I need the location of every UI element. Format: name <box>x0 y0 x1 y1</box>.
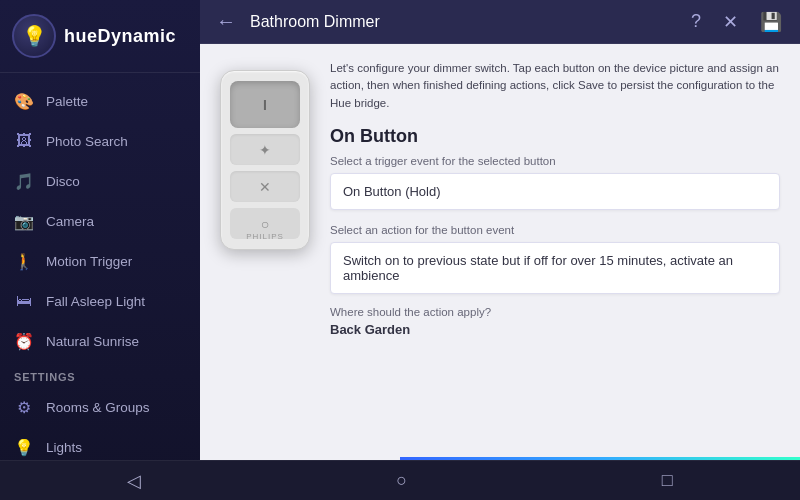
action-section-label: Select an action for the button event <box>330 224 780 236</box>
device-image-column: I ✦ ✕ ○ PHILIPS <box>220 60 310 484</box>
selected-button-name: On Button <box>330 126 780 147</box>
bottom-recents-button[interactable]: □ <box>642 464 693 497</box>
apply-value: Back Garden <box>330 322 780 337</box>
palette-icon: 🎨 <box>14 91 34 111</box>
sidebar-item-camera[interactable]: 📷 Camera <box>0 201 200 241</box>
logo-text: hueDynamic <box>64 26 176 47</box>
motion-trigger-icon: 🚶 <box>14 251 34 271</box>
sidebar-item-camera-label: Camera <box>46 214 94 229</box>
nav-list: 🎨 Palette 🖼 Photo Search 🎵 Disco 📷 Camer… <box>0 73 200 500</box>
action-value-box[interactable]: Switch on to previous state but if off f… <box>330 242 780 294</box>
topbar-actions: ? ✕ 💾 <box>685 7 788 37</box>
sidebar-item-disco[interactable]: 🎵 Disco <box>0 161 200 201</box>
detail-column: Let's configure your dimmer switch. Tap … <box>330 60 780 484</box>
content-area: I ✦ ✕ ○ PHILIPS Let's configure your dim… <box>200 44 800 500</box>
sidebar-item-motion-trigger-label: Motion Trigger <box>46 254 132 269</box>
dimmer-button-visual[interactable]: ✕ <box>230 171 300 202</box>
sidebar: 💡 hueDynamic 🎨 Palette 🖼 Photo Search 🎵 … <box>0 0 200 500</box>
logo-area: 💡 hueDynamic <box>0 0 200 73</box>
sidebar-item-fall-asleep[interactable]: 🛏 Fall Asleep Light <box>0 281 200 321</box>
rooms-groups-icon: ⚙ <box>14 397 34 417</box>
sidebar-item-disco-label: Disco <box>46 174 80 189</box>
bottom-back-button[interactable]: ◁ <box>107 464 161 498</box>
help-button[interactable]: ? <box>685 7 707 36</box>
topbar: ← Bathroom Dimmer ? ✕ 💾 <box>200 0 800 44</box>
instruction-text: Let's configure your dimmer switch. Tap … <box>330 60 780 112</box>
philips-brand-label: PHILIPS <box>246 232 284 241</box>
sidebar-item-natural-sunrise[interactable]: ⏰ Natural Sunrise <box>0 321 200 361</box>
logo-icon: 💡 <box>12 14 56 58</box>
back-button[interactable]: ← <box>212 6 240 37</box>
sidebar-item-photo-search[interactable]: 🖼 Photo Search <box>0 121 200 161</box>
camera-icon: 📷 <box>14 211 34 231</box>
sidebar-item-rooms-groups[interactable]: ⚙ Rooms & Groups <box>0 387 200 427</box>
photo-search-icon: 🖼 <box>14 131 34 151</box>
bottom-home-button[interactable]: ○ <box>376 464 427 497</box>
natural-sunrise-icon: ⏰ <box>14 331 34 351</box>
trigger-value-box[interactable]: On Button (Hold) <box>330 173 780 210</box>
dimmer-switch-image: I ✦ ✕ ○ PHILIPS <box>220 70 310 250</box>
sidebar-item-palette[interactable]: 🎨 Palette <box>0 81 200 121</box>
apply-section-label: Where should the action apply? <box>330 306 780 318</box>
sidebar-item-motion-trigger[interactable]: 🚶 Motion Trigger <box>0 241 200 281</box>
sidebar-item-photo-search-label: Photo Search <box>46 134 128 149</box>
fall-asleep-icon: 🛏 <box>14 291 34 311</box>
bottom-nav: ◁ ○ □ <box>0 460 800 500</box>
disco-icon: 🎵 <box>14 171 34 191</box>
page-title: Bathroom Dimmer <box>250 13 675 31</box>
close-button[interactable]: ✕ <box>717 7 744 37</box>
main-content: ← Bathroom Dimmer ? ✕ 💾 I ✦ ✕ ○ PHILIPS … <box>200 0 800 500</box>
on-button-visual[interactable]: I <box>230 81 300 128</box>
trigger-section-label: Select a trigger event for the selected … <box>330 155 780 167</box>
brighter-button-visual[interactable]: ✦ <box>230 134 300 165</box>
sidebar-item-rooms-groups-label: Rooms & Groups <box>46 400 150 415</box>
sidebar-item-fall-asleep-label: Fall Asleep Light <box>46 294 145 309</box>
save-button[interactable]: 💾 <box>754 7 788 37</box>
sidebar-item-natural-sunrise-label: Natural Sunrise <box>46 334 139 349</box>
sidebar-item-palette-label: Palette <box>46 94 88 109</box>
sidebar-item-lights-label: Lights <box>46 440 82 455</box>
settings-section-label: Settings <box>0 361 200 387</box>
lights-icon: 💡 <box>14 437 34 457</box>
